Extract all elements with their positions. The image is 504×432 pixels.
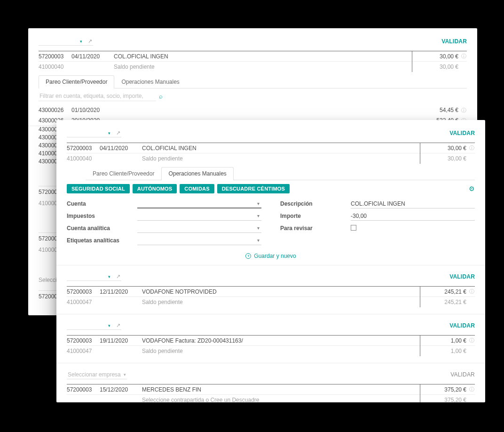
chevron-down-icon: ▾ <box>257 213 260 218</box>
search-icon[interactable]: ⌕ <box>159 93 163 100</box>
header-balance-line[interactable]: 41000040 Saldo pendiente 30,00 € <box>39 62 467 72</box>
tab-pareo[interactable]: Pareo Cliente/Proveedor <box>39 75 114 88</box>
reconcile-card-front: ▾ ↗ VALIDAR 57200003 04/11/2020 COL.OFIC… <box>56 120 485 402</box>
chevron-down-icon: ▾ <box>124 372 126 377</box>
chevron-down-icon: ▾ <box>108 274 110 279</box>
validate-button-disabled: VALIDAR <box>450 371 475 378</box>
tab-manual[interactable]: Operaciones Manuales <box>114 75 186 88</box>
company-select[interactable]: ▾ ↗ <box>67 272 121 281</box>
pill-seg-social[interactable]: SEGURIDAD SOCIAL <box>67 184 130 193</box>
info-icon[interactable]: ⓘ <box>468 288 475 295</box>
info-icon[interactable]: ⓘ <box>468 337 475 344</box>
chevron-down-icon: ▾ <box>108 131 110 136</box>
chevron-down-icon: ▾ <box>80 39 82 44</box>
validate-button[interactable]: VALIDAR <box>441 38 467 45</box>
save-and-new-button[interactable]: + Guardar y nuevo <box>67 250 475 265</box>
chevron-down-icon: ▾ <box>257 201 260 206</box>
label-cuenta: Cuenta <box>67 200 137 207</box>
statement-line[interactable]: 57200003 19/11/2020 VODAFONE Factura: ZD… <box>67 336 475 346</box>
gear-icon[interactable]: ⚙ <box>469 185 475 192</box>
external-link-icon[interactable]: ↗ <box>116 273 120 280</box>
field-importe[interactable] <box>351 211 475 221</box>
tab-pareo[interactable]: Pareo Cliente/Proveedor <box>86 167 161 180</box>
pill-autonomos[interactable]: AUTÓNOMOS <box>133 184 177 193</box>
header-line[interactable]: 57200003 04/11/2020 COL.OFICIAL INGEN 30… <box>67 143 475 153</box>
balance-line[interactable]: 41000047 Saldo pendiente 245,21 € <box>67 297 475 307</box>
external-link-icon[interactable]: ↗ <box>116 130 120 136</box>
tabs-front: Pareo Cliente/Proveedor Operaciones Manu… <box>86 167 475 180</box>
validate-button[interactable]: VALIDAR <box>449 322 475 329</box>
company-select[interactable]: ▾ ↗ <box>67 129 121 137</box>
info-icon[interactable]: ⓘ <box>460 53 467 60</box>
chevron-down-icon: ▾ <box>257 225 260 231</box>
pill-descuadre[interactable]: DESCUADRE CÉNTIMOS <box>217 184 290 193</box>
validate-button[interactable]: VALIDAR <box>449 273 475 280</box>
label-para-revisar: Para revisar <box>280 225 351 232</box>
statement-line[interactable]: 57200003 12/11/2020 VODAFONE NOTPROVIDED… <box>67 287 475 297</box>
company-select-back[interactable]: ▾ ↗ <box>39 37 93 46</box>
label-etiquetas-analiticas: Etiquetas analíticas <box>67 237 137 244</box>
field-etiquetas-analiticas[interactable]: ▾ <box>137 236 261 245</box>
match-row[interactable]: 43000026 01/10/2020 54,45 € ⓘ <box>39 105 467 115</box>
field-cuenta-analitica[interactable]: ▾ <box>137 224 261 233</box>
header-balance-line[interactable]: 41000040 Saldo pendiente 30,00 € <box>67 153 475 164</box>
info-icon[interactable]: ⓘ <box>468 144 475 152</box>
balance-line[interactable]: 41000047 Saldo pendiente 1,00 € <box>67 346 475 356</box>
company-select[interactable]: ▾ ↗ <box>67 321 121 330</box>
label-importe: Importe <box>280 213 351 219</box>
chevron-down-icon: ▾ <box>108 323 110 328</box>
external-link-icon[interactable]: ↗ <box>116 322 120 328</box>
chevron-down-icon: ▾ <box>257 238 260 243</box>
company-select[interactable]: Seleccionar empresa ▾ <box>67 370 127 379</box>
filter-input[interactable] <box>39 91 156 101</box>
validate-button[interactable]: VALIDAR <box>449 130 475 136</box>
header-line[interactable]: 57200003 04/11/2020 COL.OFICIAL INGEN 30… <box>39 51 467 62</box>
tab-manual[interactable]: Operaciones Manuales <box>161 167 233 180</box>
label-impuestos: Impuestos <box>67 213 137 219</box>
info-icon[interactable]: ⓘ <box>468 386 475 393</box>
info-icon[interactable]: ⓘ <box>460 107 467 114</box>
checkbox-para-revisar[interactable] <box>351 225 356 231</box>
external-link-icon[interactable]: ↗ <box>88 38 92 44</box>
plus-circle-icon: + <box>245 253 251 259</box>
statement-line[interactable]: 57200003 15/12/2020 MERCEDES BENZ FIN 37… <box>67 384 475 395</box>
balance-hint-line[interactable]: Seleccione contrapartida o Cree un Descu… <box>67 395 475 402</box>
field-cuenta[interactable]: ▾ <box>137 199 261 208</box>
tabs-back: Pareo Cliente/Proveedor Operaciones Manu… <box>39 75 467 88</box>
label-descripcion: Descripción <box>280 200 351 207</box>
field-descripcion[interactable] <box>351 199 475 208</box>
pill-comidas[interactable]: COMIDAS <box>180 184 214 193</box>
label-cuenta-analitica: Cuenta analítica <box>67 225 137 232</box>
field-impuestos[interactable]: ▾ <box>137 211 261 221</box>
